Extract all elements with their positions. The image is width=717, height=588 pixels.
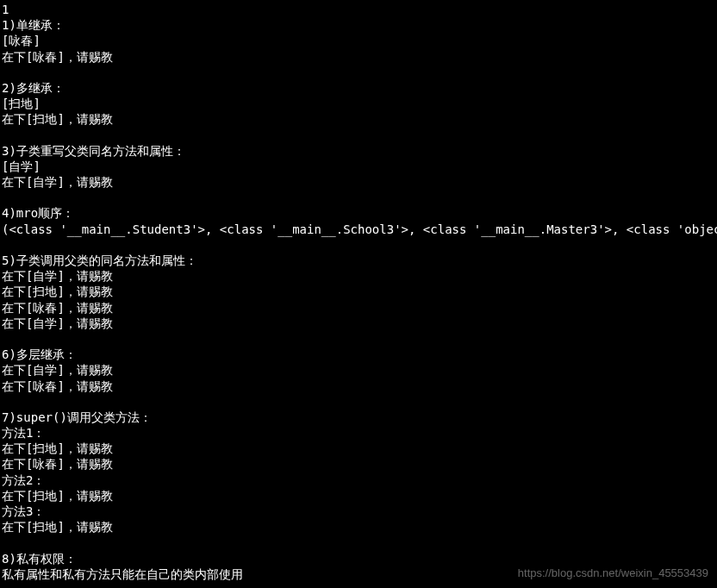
- output-line: 方法1：: [2, 426, 45, 440]
- output-line: 6)多层继承：: [2, 347, 77, 361]
- output-line: 方法2：: [2, 473, 45, 487]
- output-line: 方法3：: [2, 504, 45, 518]
- output-line: 在下[自学]，请赐教: [2, 316, 113, 330]
- output-line: 在下[自学]，请赐教: [2, 363, 113, 377]
- output-line: 在下[扫地]，请赐教: [2, 489, 113, 503]
- output-line: 4)mro顺序：: [2, 206, 74, 220]
- output-line: 在下[扫地]，请赐教: [2, 285, 113, 298]
- output-line: [咏春]: [2, 34, 41, 47]
- output-line: 3)子类重写父类同名方法和属性：: [2, 144, 185, 158]
- output-line: 在下[咏春]，请赐教: [2, 50, 113, 64]
- output-line: 在下[扫地]，请赐教: [2, 441, 113, 455]
- output-line: (<class '__main__.Student3'>, <class '__…: [2, 222, 717, 236]
- output-line: 在下[扫地]，请赐教: [2, 112, 113, 126]
- output-line: 在下[自学]，请赐教: [2, 175, 113, 189]
- output-line: 在下[扫地]，请赐教: [2, 520, 113, 534]
- output-line: [自学]: [2, 160, 41, 173]
- output-line: 5)子类调用父类的同名方法和属性：: [2, 253, 197, 267]
- output-line: 1)单继承：: [2, 18, 65, 32]
- terminal-output: 1 1)单继承： [咏春] 在下[咏春]，请赐教 2)多继承： [扫地] 在下[…: [2, 2, 715, 588]
- output-line: 1: [2, 3, 9, 16]
- output-line: 在下[自学]，请赐教: [2, 269, 113, 283]
- output-line: [扫地]: [2, 97, 41, 110]
- output-line: 2)多继承：: [2, 81, 65, 95]
- output-line: 在下[咏春]，请赐教: [2, 457, 113, 471]
- output-line: 在下[咏春]，请赐教: [2, 301, 113, 315]
- output-line: 私有属性和私有方法只能在自己的类内部使用: [2, 567, 243, 581]
- watermark-text: https://blog.csdn.net/weixin_45553439: [518, 566, 708, 581]
- output-line: 8)私有权限：: [2, 552, 77, 566]
- output-line: 7)super()调用父类方法：: [2, 410, 152, 424]
- output-line: 在下[咏春]，请赐教: [2, 379, 113, 393]
